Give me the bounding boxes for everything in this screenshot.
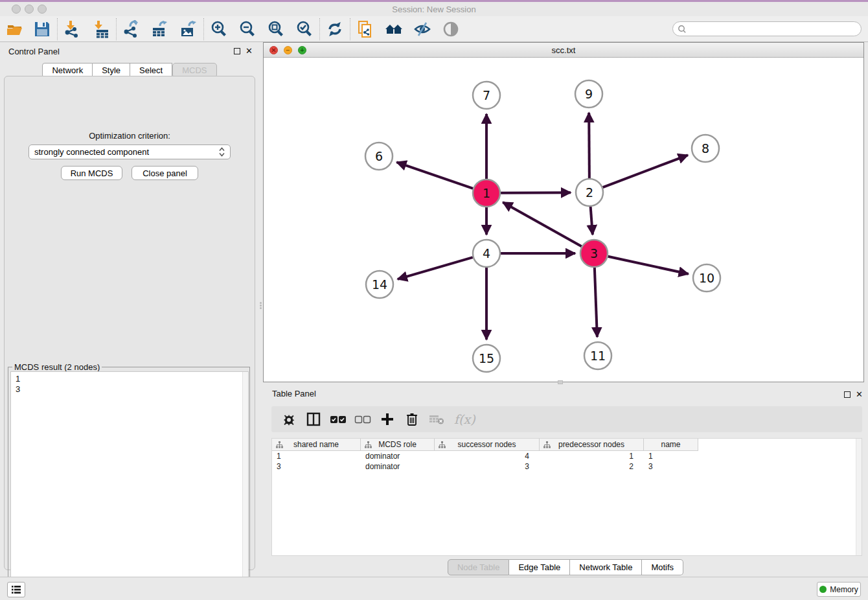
edge-1-2[interactable]: [501, 192, 571, 193]
cell-shared_name[interactable]: 3: [272, 461, 361, 472]
first-neighbors-icon[interactable]: [384, 19, 404, 39]
node-label-7: 7: [483, 88, 490, 102]
window-title: Session: New Session: [0, 5, 868, 14]
toolbar-separator: [203, 18, 204, 40]
column-type-icon: [439, 441, 446, 448]
node-label-1: 1: [483, 186, 490, 200]
node-label-15: 15: [479, 351, 494, 365]
column-header-mcds_role[interactable]: MCDS role: [361, 439, 435, 451]
export-table-icon[interactable]: [150, 19, 170, 39]
delete-table-icon[interactable]: [428, 411, 445, 428]
tab-node-table[interactable]: Node Table: [448, 559, 510, 575]
column-header-name[interactable]: name: [644, 439, 698, 451]
cell-mcds_role[interactable]: dominator: [361, 451, 435, 461]
edge-3-10[interactable]: [608, 257, 688, 274]
deselect-all-rows-icon[interactable]: [354, 411, 371, 428]
optimization-criterion-label: Optimization criterion:: [4, 131, 255, 141]
edge-3-11[interactable]: [595, 268, 597, 337]
import-network-icon[interactable]: [63, 19, 82, 39]
zoom-in-icon[interactable]: [209, 19, 229, 39]
tab-motifs[interactable]: Motifs: [642, 559, 683, 575]
table-panel-title: Table Panel: [272, 389, 316, 398]
memory-button[interactable]: Memory: [817, 582, 861, 597]
node-table[interactable]: shared nameMCDS rolesuccessor nodesprede…: [271, 438, 862, 556]
export-network-icon[interactable]: [122, 19, 141, 39]
cell-successor_nodes[interactable]: 3: [435, 461, 540, 472]
column-visibility-icon[interactable]: [305, 411, 322, 428]
column-header-predecessor_nodes[interactable]: predecessor nodes: [540, 439, 644, 451]
chevron-up-down-icon: [219, 147, 225, 157]
node-label-4: 4: [483, 246, 490, 260]
select-all-rows-icon[interactable]: [330, 411, 347, 428]
run-mcds-button[interactable]: Run MCDS: [61, 166, 122, 180]
horizontal-splitter[interactable]: [558, 380, 563, 384]
column-header-shared_name[interactable]: shared name: [272, 439, 361, 451]
cell-shared_name[interactable]: 1: [272, 451, 361, 461]
control-panel: Control Panel ✕ NetworkStyleSelectMCDS O…: [0, 42, 259, 575]
edge-1-6[interactable]: [396, 162, 473, 188]
apply-layout-icon[interactable]: [325, 19, 345, 39]
mcds-result-item[interactable]: 3: [16, 384, 248, 395]
mcds-result-title: MCDS result (2 nodes): [12, 362, 102, 372]
save-session-icon[interactable]: [32, 19, 52, 39]
mcds-result-list[interactable]: 13: [10, 371, 249, 600]
import-table-icon[interactable]: [91, 19, 111, 39]
edge-2-9[interactable]: [589, 113, 589, 178]
float-table-panel-icon[interactable]: [844, 391, 851, 398]
search-box[interactable]: [672, 21, 862, 36]
network-window-titlebar[interactable]: ✕ − + scc.txt: [264, 43, 863, 58]
cell-name[interactable]: 3: [644, 461, 698, 472]
add-column-icon[interactable]: [379, 411, 396, 428]
cell-name[interactable]: 1: [644, 451, 698, 461]
close-panel-button[interactable]: Close panel: [131, 166, 198, 180]
clone-network-icon[interactable]: [356, 19, 375, 39]
close-panel-icon[interactable]: ✕: [246, 46, 253, 56]
table-options-icon[interactable]: [280, 411, 297, 428]
cell-predecessor_nodes[interactable]: 2: [540, 461, 644, 472]
tab-network-table[interactable]: Network Table: [570, 559, 642, 575]
network-canvas[interactable]: 7968124314101511: [264, 58, 863, 382]
zoom-fit-icon[interactable]: [266, 19, 286, 39]
cell-successor_nodes[interactable]: 4: [435, 451, 540, 461]
optimization-criterion-value: strongly connected component: [34, 147, 219, 157]
toolbar-separator: [350, 18, 350, 40]
node-label-9: 9: [585, 87, 593, 101]
vertical-splitter[interactable]: [259, 301, 262, 310]
table-tabs: Node TableEdge TableNetwork TableMotifs: [263, 559, 868, 575]
apply-function-icon[interactable]: f(x): [454, 412, 475, 426]
delete-columns-icon[interactable]: [404, 411, 420, 428]
cell-predecessor_nodes[interactable]: 1: [540, 451, 644, 461]
edge-3-1[interactable]: [503, 202, 582, 246]
export-image-icon[interactable]: [179, 19, 198, 39]
float-panel-icon[interactable]: [234, 48, 240, 54]
column-header-successor_nodes[interactable]: successor nodes: [435, 439, 540, 451]
zoom-out-icon[interactable]: [238, 19, 257, 39]
table-row[interactable]: 1dominator411: [272, 451, 862, 461]
edge-2-3[interactable]: [591, 207, 593, 235]
optimization-criterion-select[interactable]: strongly connected component: [29, 144, 231, 159]
edge-2-8[interactable]: [603, 155, 688, 187]
toolbar-separator: [57, 18, 58, 40]
cell-mcds_role[interactable]: dominator: [361, 461, 435, 472]
task-history-button[interactable]: [7, 582, 25, 597]
status-bar: Memory: [0, 577, 868, 600]
zoom-selected-icon[interactable]: [295, 19, 314, 39]
table-scrollbar[interactable]: [856, 439, 862, 555]
search-icon: [678, 25, 687, 34]
close-table-panel-icon[interactable]: ✕: [856, 389, 863, 399]
control-panel-title: Control Panel: [8, 47, 60, 56]
table-row[interactable]: 3dominator323: [272, 461, 862, 472]
result-scrollbar[interactable]: [242, 372, 248, 600]
open-file-icon[interactable]: [5, 19, 25, 39]
node-label-11: 11: [590, 349, 606, 363]
node-label-3: 3: [590, 246, 598, 260]
network-view-window: ✕ − + scc.txt 7968124314101511: [263, 42, 864, 382]
node-label-2: 2: [586, 185, 593, 200]
mcds-result-item[interactable]: 1: [16, 374, 248, 384]
hide-selected-icon[interactable]: [413, 19, 432, 39]
search-input[interactable]: [687, 23, 861, 35]
edge-4-14[interactable]: [398, 257, 473, 279]
table-toolbar: f(x): [271, 406, 862, 432]
tab-edge-table[interactable]: Edge Table: [509, 559, 570, 575]
show-all-icon[interactable]: [441, 19, 461, 39]
